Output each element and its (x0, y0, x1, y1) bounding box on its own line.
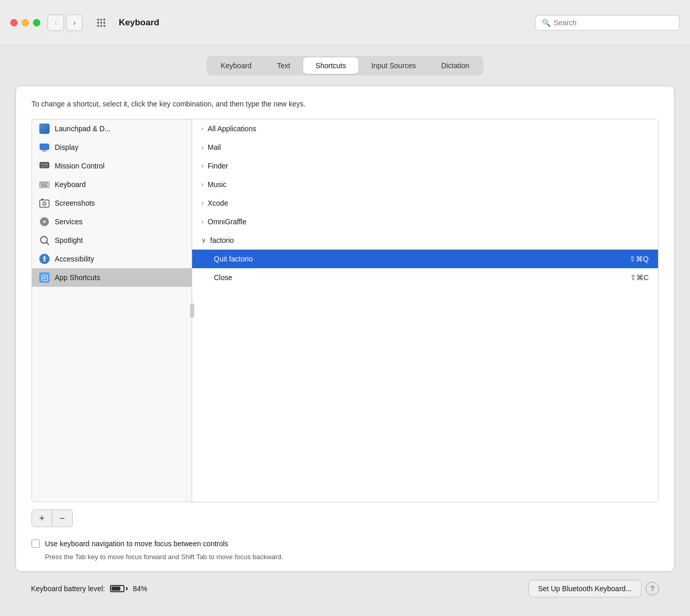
shortcut-item-label: Quit factorio (214, 255, 630, 263)
shortcut-item-label: Xcode (208, 199, 649, 207)
window-title: Keyboard (119, 18, 159, 28)
battery-label: Keyboard battery level: (31, 584, 105, 593)
list-item-quit-factorio[interactable]: Quit factorio ⇧⌘Q (192, 250, 658, 268)
svg-rect-25 (45, 184, 46, 185)
list-item[interactable]: › Finder (192, 157, 658, 175)
launchpad-icon (39, 124, 50, 134)
remove-shortcut-button[interactable]: − (52, 510, 73, 527)
tab-input-sources[interactable]: Input Sources (359, 57, 428, 74)
description-text: To change a shortcut, select it, click t… (32, 99, 658, 110)
main-content: Keyboard Text Shortcuts Input Sources Di… (0, 45, 690, 616)
minimize-button[interactable] (22, 19, 29, 26)
svg-point-34 (44, 256, 45, 257)
sidebar: Launchpad & D... Display (32, 119, 192, 502)
bottom-toolbar: + − (32, 510, 658, 527)
sidebar-item-services[interactable]: Services (32, 212, 192, 231)
keyboard-nav-help: Press the Tab key to move focus forward … (45, 553, 658, 561)
battery-tip (126, 587, 128, 590)
sidebar-label-mission-control: Mission Control (55, 162, 104, 170)
sidebar-label-screenshots: Screenshots (55, 199, 95, 207)
sidebar-item-screenshots[interactable]: Screenshots (32, 194, 192, 212)
services-icon (39, 217, 50, 227)
grid-icon (97, 18, 106, 27)
list-item[interactable]: ∨ factorio (192, 231, 658, 250)
sidebar-label-spotlight: Spotlight (55, 236, 83, 244)
battery-icon (110, 585, 128, 592)
list-item[interactable]: › Mail (192, 138, 658, 157)
chevron-right-icon: › (201, 181, 203, 188)
svg-point-2 (103, 19, 105, 21)
footer-buttons: Set Up Bluetooth Keyboard... ? (528, 580, 659, 597)
search-input[interactable] (554, 19, 673, 27)
tab-container: Keyboard Text Shortcuts Input Sources Di… (207, 56, 483, 75)
shortcut-item-label: Close (214, 273, 630, 282)
shortcut-item-label: All Applications (208, 125, 649, 133)
tab-shortcuts[interactable]: Shortcuts (303, 57, 358, 74)
sidebar-label-keyboard: Keyboard (55, 180, 86, 189)
battery-fill (112, 587, 120, 591)
svg-point-4 (100, 22, 102, 24)
sidebar-label-launchpad: Launchpad & D... (55, 125, 111, 133)
svg-rect-18 (42, 182, 43, 183)
grid-view-button[interactable] (93, 14, 109, 31)
sidebar-item-accessibility[interactable]: Accessibility (32, 250, 192, 268)
footer: Keyboard battery level: 84% Set Up Bluet… (15, 572, 675, 606)
svg-rect-26 (41, 186, 48, 187)
svg-point-3 (97, 22, 99, 24)
keyboard-nav-checkbox[interactable] (32, 540, 40, 548)
help-button[interactable]: ? (646, 582, 659, 595)
shortcut-item-label: Mail (208, 143, 649, 151)
sidebar-item-spotlight[interactable]: Spotlight (32, 231, 192, 250)
search-bar[interactable]: 🔍 (535, 15, 680, 30)
svg-line-38 (44, 259, 45, 261)
list-item-close[interactable]: Close ⇧⌘C (192, 268, 658, 287)
list-item[interactable]: › Music (192, 175, 658, 194)
sidebar-item-display[interactable]: Display (32, 138, 192, 157)
chevron-right-icon: › (201, 199, 203, 207)
shortcut-item-label: Music (208, 180, 649, 189)
svg-rect-10 (43, 150, 46, 151)
list-item[interactable]: › All Applications (192, 119, 658, 138)
traffic-lights (10, 19, 40, 26)
tab-bar: Keyboard Text Shortcuts Input Sources Di… (15, 56, 675, 75)
panel-inner: To change a shortcut, select it, click t… (16, 86, 674, 571)
shortcut-keys: ⇧⌘Q (630, 255, 649, 263)
add-shortcut-button[interactable]: + (32, 510, 52, 527)
tab-keyboard[interactable]: Keyboard (208, 57, 264, 74)
tab-text[interactable]: Text (264, 57, 303, 74)
sidebar-item-keyboard[interactable]: Keyboard (32, 175, 192, 194)
sidebar-item-launchpad[interactable]: Launchpad & D... (32, 119, 192, 138)
list-item[interactable]: › OmniGraffle (192, 212, 658, 231)
svg-rect-39 (42, 275, 48, 281)
accessibility-icon (39, 254, 50, 264)
divider-handle[interactable] (190, 303, 194, 318)
svg-rect-14 (44, 163, 48, 165)
keyboard-nav-row: Use keyboard navigation to move focus be… (32, 540, 658, 548)
close-button[interactable] (10, 19, 18, 26)
search-icon: 🔍 (542, 19, 551, 27)
setup-bluetooth-button[interactable]: Set Up Bluetooth Keyboard... (528, 580, 641, 597)
shortcut-keys: ⇧⌘C (630, 273, 649, 282)
svg-point-0 (97, 19, 99, 21)
tab-dictation[interactable]: Dictation (429, 57, 481, 74)
svg-point-6 (97, 25, 99, 27)
sidebar-item-app-shortcuts[interactable]: App Shortcuts (32, 268, 192, 287)
shortcuts-panel: To change a shortcut, select it, click t… (15, 86, 675, 572)
svg-rect-15 (41, 166, 48, 167)
svg-rect-17 (40, 182, 41, 183)
split-pane: Launchpad & D... Display (32, 119, 658, 502)
spotlight-icon (39, 235, 50, 245)
svg-rect-13 (41, 163, 43, 165)
sidebar-label-services: Services (55, 218, 83, 226)
maximize-button[interactable] (33, 19, 40, 26)
list-item[interactable]: › Xcode (192, 194, 658, 212)
screenshots-icon (39, 198, 50, 208)
forward-button[interactable]: › (66, 14, 83, 31)
svg-line-33 (46, 242, 49, 245)
sidebar-item-mission-control[interactable]: Mission Control (32, 157, 192, 175)
svg-point-8 (103, 25, 105, 27)
shortcut-item-label: factorio (210, 236, 649, 244)
back-button[interactable]: ‹ (48, 14, 64, 31)
battery-body (110, 585, 124, 592)
battery-percent: 84% (133, 584, 147, 593)
